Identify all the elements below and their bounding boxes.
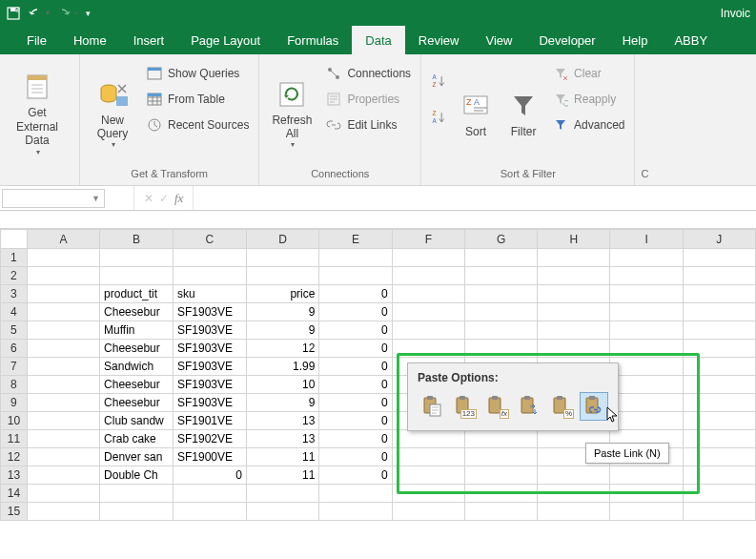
row-header-6[interactable]: 6 [1,340,28,358]
cell-C11[interactable]: SF1902VE [174,430,247,448]
cell-I4[interactable] [610,303,683,321]
cell-E4[interactable]: 0 [319,303,392,321]
cell-J2[interactable] [683,267,755,285]
cell-J1[interactable] [683,249,755,267]
cell-H1[interactable] [538,249,610,267]
cell-C4[interactable]: SF1903VE [174,303,247,321]
chevron-down-icon[interactable]: ▼ [92,194,100,203]
cell-J4[interactable] [683,303,755,321]
cell-A8[interactable] [27,376,99,394]
row-header-13[interactable]: 13 [1,466,28,485]
cell-E15[interactable] [319,503,392,521]
cell-D1[interactable] [246,249,319,267]
cell-B15[interactable] [100,503,174,521]
row-header-14[interactable]: 14 [1,485,28,503]
cell-B12[interactable]: Denver san [100,448,174,466]
cell-G15[interactable] [464,503,537,521]
cell-A14[interactable] [27,485,99,503]
sort-button[interactable]: ZA Sort [454,58,498,166]
qat-customize-icon[interactable]: ▾ [86,9,91,18]
cell-C1[interactable] [174,249,247,267]
col-header-C[interactable]: C [174,230,247,249]
cell-I5[interactable] [610,321,683,340]
cell-G5[interactable] [464,321,537,340]
cell-D14[interactable] [246,485,319,503]
cell-J15[interactable] [683,503,755,521]
cell-A3[interactable] [27,285,99,303]
cell-B3[interactable]: product_tit [100,285,174,303]
cell-E5[interactable]: 0 [319,321,392,340]
row-header-3[interactable]: 3 [1,285,28,303]
formula-input[interactable] [194,189,756,208]
get-external-data-button[interactable]: Get External Data▾ [6,58,69,166]
row-header-8[interactable]: 8 [1,376,28,394]
advanced-button[interactable]: Advanced [549,114,628,136]
cell-H15[interactable] [538,503,610,521]
cell-B9[interactable]: Cheesebur [100,394,174,412]
sort-za-button[interactable]: ZA [427,104,450,131]
cell-D15[interactable] [246,503,319,521]
filter-button[interactable]: Filter [501,58,545,166]
cell-C10[interactable]: SF1901VE [174,412,247,430]
select-all-cell[interactable] [1,230,28,249]
cell-A15[interactable] [27,503,99,521]
cell-C6[interactable]: SF1903VE [174,340,247,358]
cell-A9[interactable] [27,394,99,412]
cell-E12[interactable]: 0 [319,448,392,466]
paste-option-link[interactable] [580,392,608,421]
cell-D8[interactable]: 10 [246,376,319,394]
undo-icon[interactable]: ▾ [29,7,50,20]
cell-A2[interactable] [27,267,99,285]
col-header-J[interactable]: J [683,230,755,249]
cell-B14[interactable] [100,485,174,503]
cell-J3[interactable] [683,285,755,303]
cell-B6[interactable]: Cheesebur [100,340,174,358]
cell-D3[interactable]: price [246,285,319,303]
cell-F3[interactable] [392,285,464,303]
col-header-H[interactable]: H [538,230,610,249]
cell-F1[interactable] [392,249,464,267]
paste-option-formulas[interactable]: fx [482,392,511,421]
cell-A7[interactable] [27,358,99,376]
cell-E14[interactable] [319,485,392,503]
cell-A4[interactable] [27,303,99,321]
row-header-11[interactable]: 11 [1,430,28,448]
cell-D12[interactable]: 11 [246,448,319,466]
cell-F5[interactable] [392,321,464,340]
save-icon[interactable] [6,6,21,21]
row-header-7[interactable]: 7 [1,358,28,376]
paste-option-paste[interactable] [418,392,446,421]
cell-A10[interactable] [27,412,99,430]
from-table-button[interactable]: From Table [143,88,253,111]
sort-az-button[interactable]: AZ [427,68,450,94]
tab-home[interactable]: Home [60,26,120,54]
cell-E3[interactable]: 0 [319,285,392,303]
cell-B4[interactable]: Cheesebur [100,303,174,321]
row-header-10[interactable]: 10 [1,412,28,430]
cell-H5[interactable] [538,321,610,340]
cell-G3[interactable] [464,285,537,303]
redo-icon[interactable]: ▾ [57,7,78,20]
col-header-F[interactable]: F [392,230,464,249]
cell-E11[interactable]: 0 [319,430,392,448]
cell-A11[interactable] [27,430,99,448]
clear-button[interactable]: Clear [549,62,628,85]
row-header-4[interactable]: 4 [1,303,28,321]
cell-C7[interactable]: SF1903VE [174,358,247,376]
cell-E2[interactable] [319,267,392,285]
cell-A13[interactable] [27,466,99,485]
fx-icon[interactable]: fx [174,191,183,206]
refresh-all-button[interactable]: Refresh All▾ [265,58,318,166]
cell-B2[interactable] [100,267,174,285]
cell-J5[interactable] [683,321,755,340]
cell-D2[interactable] [246,267,319,285]
paste-option-transpose[interactable] [515,392,543,421]
cell-C3[interactable]: sku [174,285,247,303]
cell-G2[interactable] [464,267,537,285]
name-box[interactable]: ▼ [2,189,105,208]
cell-B1[interactable] [100,249,174,267]
cell-A5[interactable] [27,321,99,340]
cell-D7[interactable]: 1.99 [246,358,319,376]
paste-option-formatting[interactable]: % [547,392,576,421]
cell-B11[interactable]: Crab cake [100,430,174,448]
